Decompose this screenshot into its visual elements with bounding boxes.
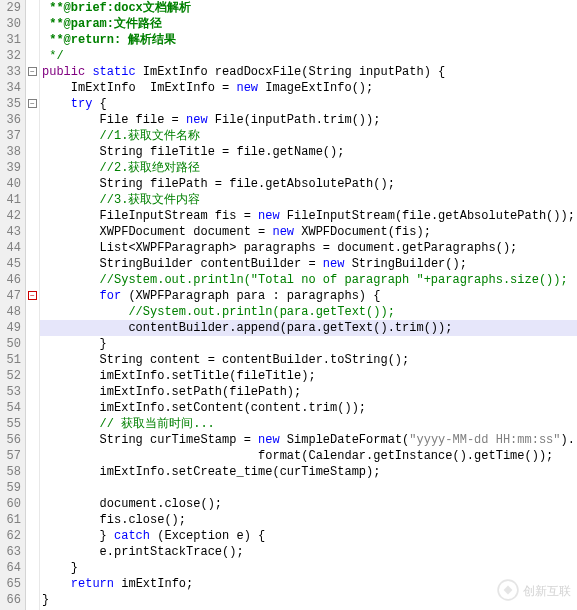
line-number: 47 (0, 288, 21, 304)
code-token: fis.close(); (42, 513, 186, 527)
line-number: 43 (0, 224, 21, 240)
code-token: List<XWPFParagraph> paragraphs = documen… (42, 241, 517, 255)
line-number: 48 (0, 304, 21, 320)
code-token: **@return: 解析结果 (42, 33, 176, 47)
code-token: return (71, 577, 114, 591)
code-token: File file = (42, 113, 186, 127)
code-line[interactable]: document.close(); (40, 496, 577, 512)
line-number: 29 (0, 0, 21, 16)
code-line[interactable]: String fileTitle = file.getName(); (40, 144, 577, 160)
line-number: 41 (0, 192, 21, 208)
code-token: //1.获取文件名称 (42, 129, 200, 143)
code-token: // 获取当前时间... (42, 417, 215, 431)
code-line[interactable] (40, 480, 577, 496)
code-line[interactable]: contentBuilder.append(para.getText().tri… (40, 320, 577, 336)
code-token: new (236, 81, 258, 95)
code-token: for (100, 289, 122, 303)
code-token: document.close(); (42, 497, 222, 511)
code-line[interactable]: for (XWPFParagraph para : paragraphs) { (40, 288, 577, 304)
code-line[interactable]: StringBuilder contentBuilder = new Strin… (40, 256, 577, 272)
code-line[interactable]: **@param:文件路径 (40, 16, 577, 32)
code-line[interactable]: // 获取当前时间... (40, 416, 577, 432)
line-number-gutter: 2930313233343536373839404142434445464748… (0, 0, 26, 610)
line-number: 60 (0, 496, 21, 512)
code-line[interactable]: public static ImExtInfo readDocxFile(Str… (40, 64, 577, 80)
code-token: ImExtInfo readDocxFile(String inputPath)… (136, 65, 446, 79)
code-line[interactable]: FileInputStream fis = new FileInputStrea… (40, 208, 577, 224)
code-line[interactable]: String content = contentBuilder.toString… (40, 352, 577, 368)
code-line[interactable]: format(Calendar.getInstance().getTime())… (40, 448, 577, 464)
code-token: StringBuilder(); (344, 257, 466, 271)
line-number: 61 (0, 512, 21, 528)
code-line[interactable]: ImExtInfo ImExtInfo = new ImageExtInfo()… (40, 80, 577, 96)
code-line[interactable]: //3.获取文件内容 (40, 192, 577, 208)
fold-toggle-icon[interactable]: − (28, 67, 37, 76)
code-token: String fileTitle = file.getName(); (42, 145, 344, 159)
code-line[interactable]: String curTimeStamp = new SimpleDateForm… (40, 432, 577, 448)
line-number: 45 (0, 256, 21, 272)
fold-toggle-icon[interactable]: − (28, 291, 37, 300)
code-line[interactable]: } (40, 336, 577, 352)
code-token: XWPFDocument document = (42, 225, 272, 239)
code-token: new (272, 225, 294, 239)
code-token: "yyyy-MM-dd HH:mm:ss" (409, 433, 560, 447)
code-line[interactable]: imExtInfo.setPath(filePath); (40, 384, 577, 400)
code-line[interactable]: } catch (Exception e) { (40, 528, 577, 544)
code-line[interactable]: imExtInfo.setTitle(fileTitle); (40, 368, 577, 384)
code-token: FileInputStream(file.getAbsolutePath()); (280, 209, 575, 223)
code-line[interactable]: **@return: 解析结果 (40, 32, 577, 48)
code-token: imExtInfo; (114, 577, 193, 591)
code-token: ImageExtInfo(); (258, 81, 373, 95)
code-token: public (42, 65, 85, 79)
code-line[interactable]: try { (40, 96, 577, 112)
code-token: SimpleDateFormat( (280, 433, 410, 447)
code-token: new (258, 433, 280, 447)
code-line[interactable]: //System.out.println(para.getText()); (40, 304, 577, 320)
line-number: 51 (0, 352, 21, 368)
line-number: 50 (0, 336, 21, 352)
code-line[interactable]: XWPFDocument document = new XWPFDocument… (40, 224, 577, 240)
fold-toggle-icon[interactable]: − (28, 99, 37, 108)
code-token: //2.获取绝对路径 (42, 161, 200, 175)
code-token: } (42, 561, 78, 575)
code-token: String filePath = file.getAbsolutePath()… (42, 177, 395, 191)
line-number: 52 (0, 368, 21, 384)
line-number: 32 (0, 48, 21, 64)
code-line[interactable]: } (40, 560, 577, 576)
code-token: static (92, 65, 135, 79)
line-number: 44 (0, 240, 21, 256)
code-line[interactable]: imExtInfo.setCreate_time(curTimeStamp); (40, 464, 577, 480)
code-line[interactable]: */ (40, 48, 577, 64)
line-number: 37 (0, 128, 21, 144)
code-line[interactable]: imExtInfo.setContent(content.trim()); (40, 400, 577, 416)
code-line[interactable]: fis.close(); (40, 512, 577, 528)
code-token: **@brief:docx文档解析 (42, 1, 191, 15)
line-number: 40 (0, 176, 21, 192)
line-number: 54 (0, 400, 21, 416)
line-number: 55 (0, 416, 21, 432)
code-line[interactable]: String filePath = file.getAbsolutePath()… (40, 176, 577, 192)
code-token: new (323, 257, 345, 271)
code-token: { (92, 97, 106, 111)
code-token: XWPFDocument(fis); (294, 225, 431, 239)
code-token: imExtInfo.setContent(content.trim()); (42, 401, 366, 415)
fold-column[interactable]: −−− (26, 0, 40, 610)
code-line[interactable]: //2.获取绝对路径 (40, 160, 577, 176)
code-area[interactable]: **@brief:docx文档解析 **@param:文件路径 **@retur… (40, 0, 577, 610)
code-line[interactable]: List<XWPFParagraph> paragraphs = documen… (40, 240, 577, 256)
code-line[interactable]: File file = new File(inputPath.trim()); (40, 112, 577, 128)
line-number: 66 (0, 592, 21, 608)
code-line[interactable]: **@brief:docx文档解析 (40, 0, 577, 16)
code-token: ). (561, 433, 575, 447)
watermark: 创新互联 (497, 579, 571, 604)
code-token (42, 577, 71, 591)
code-line[interactable]: //System.out.println("Total no of paragr… (40, 272, 577, 288)
code-editor[interactable]: 2930313233343536373839404142434445464748… (0, 0, 577, 610)
code-token: (XWPFParagraph para : paragraphs) { (121, 289, 380, 303)
code-token (42, 289, 100, 303)
line-number: 46 (0, 272, 21, 288)
code-line[interactable]: e.printStackTrace(); (40, 544, 577, 560)
code-line[interactable]: //1.获取文件名称 (40, 128, 577, 144)
line-number: 59 (0, 480, 21, 496)
line-number: 31 (0, 32, 21, 48)
